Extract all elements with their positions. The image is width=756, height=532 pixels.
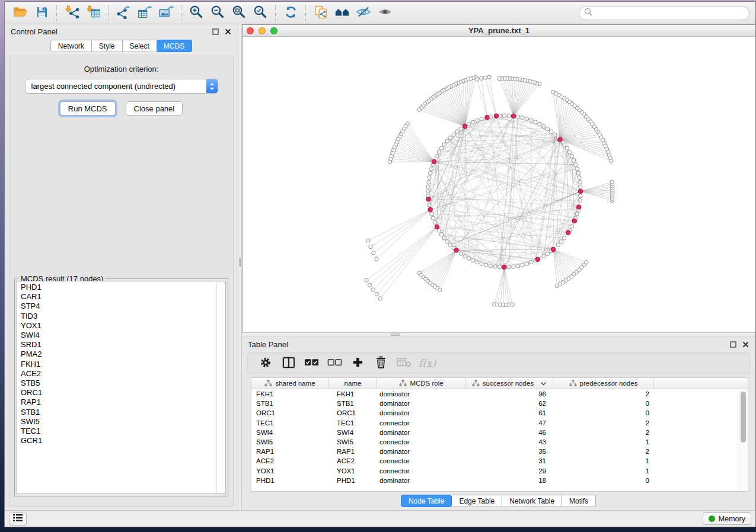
run-mcds-button[interactable]: Run MCDS (60, 101, 116, 116)
column-header-mcds-role[interactable]: MCDS role (377, 378, 466, 389)
toolbar-separator (56, 5, 57, 21)
cell-name: PHD1 (329, 477, 377, 484)
tab-network[interactable]: Network (50, 40, 92, 52)
table-scrollbar-thumb[interactable] (741, 392, 746, 443)
mcds-result-item[interactable]: TEC1 (21, 427, 215, 436)
table-row[interactable]: TEC1TEC1connector472 (251, 418, 748, 428)
column-header-successor-nodes[interactable]: successor nodes (466, 378, 553, 389)
search-input[interactable] (595, 8, 744, 17)
right-column: YPA_prune.txt_1 Table Panel (242, 24, 755, 510)
show-all-button[interactable] (374, 4, 395, 22)
horizontal-splitter-handle[interactable] (391, 334, 400, 336)
mcds-result-item[interactable]: CAR1 (21, 292, 215, 302)
add-column-button[interactable] (346, 354, 369, 372)
network-canvas[interactable] (243, 37, 755, 332)
mcds-result-item[interactable]: PMA2 (21, 350, 215, 359)
export-network-button[interactable] (113, 4, 134, 22)
close-table-panel-button[interactable] (741, 341, 749, 349)
mcds-result-item[interactable]: PHD1 (21, 283, 215, 292)
column-visibility-button[interactable] (277, 354, 300, 372)
tab-select[interactable]: Select (123, 40, 157, 52)
refresh-button[interactable] (280, 4, 301, 22)
column-visibility-icon (282, 357, 295, 370)
duplicate-network-button[interactable] (310, 4, 331, 22)
tab-style[interactable]: Style (92, 40, 123, 52)
network-graph[interactable] (243, 37, 755, 332)
table-row[interactable]: ACE2ACE2connector311 (251, 456, 748, 466)
mcds-result-item[interactable]: STB5 (21, 379, 215, 388)
mcds-result-item[interactable]: YOX1 (21, 321, 215, 331)
float-table-panel-button[interactable] (729, 341, 737, 349)
table-row[interactable]: PHD1PHD1dominator180 (251, 476, 748, 485)
column-header-predecessor-nodes[interactable]: predecessor nodes (553, 378, 654, 389)
mcds-result-item[interactable]: SWI5 (21, 417, 215, 427)
mcds-result-item[interactable]: STP4 (21, 302, 215, 311)
vertical-splitter[interactable] (238, 24, 242, 510)
network-window-title: YPA_prune.txt_1 (243, 26, 755, 35)
window-close-button[interactable] (247, 27, 254, 34)
mcds-result-item[interactable]: GCR1 (21, 436, 215, 446)
vertical-splitter-handle[interactable] (239, 258, 241, 267)
toolbar-separator (181, 5, 181, 21)
import-table-from-file-button[interactable] (82, 4, 104, 22)
table-settings-button[interactable] (254, 354, 277, 372)
horizontal-splitter[interactable] (242, 332, 755, 337)
mcds-result-item[interactable]: ORC1 (21, 388, 215, 398)
table-row[interactable]: YOX1YOX1connector291 (251, 466, 748, 476)
hide-selected-button[interactable] (353, 4, 374, 22)
table-row[interactable]: SWI4SWI4dominator462 (251, 428, 748, 437)
float-control-panel-button[interactable] (211, 28, 219, 36)
mcds-result-item[interactable]: RAP1 (21, 398, 215, 407)
table-row[interactable]: SWI5SWI5connector431 (251, 437, 748, 447)
import-network-from-file-icon (65, 5, 79, 21)
mcds-result-item[interactable]: FKH1 (21, 360, 215, 369)
cell-successor-nodes: 61 (466, 409, 553, 416)
nested-networks-button[interactable] (331, 4, 353, 22)
export-image-button[interactable] (155, 4, 177, 22)
window-zoom-button[interactable] (270, 27, 277, 34)
table-row[interactable]: STB1STB1dominator620 (251, 399, 748, 408)
criterion-select[interactable]: largest connected component (undirected) (25, 79, 218, 94)
open-file-button[interactable] (9, 4, 31, 22)
cell-successor-nodes: 47 (466, 419, 553, 427)
close-control-panel-button[interactable] (224, 28, 232, 36)
table-row[interactable]: FKH1FKH1dominator962 (251, 389, 748, 399)
delete-column-button[interactable] (369, 354, 393, 372)
table-row[interactable]: ORC1ORC1dominator610 (251, 408, 748, 418)
import-network-from-file-button[interactable] (61, 4, 82, 22)
column-header-shared-name[interactable]: shared name (251, 378, 329, 389)
table-tab-node-table[interactable]: Node Table (401, 495, 452, 507)
mcds-result-list[interactable]: PHD1CAR1STP4TID3YOX1SWI4SRD1PMA2FKH1ACE2… (17, 281, 226, 494)
table-row[interactable]: RAP1RAP1dominator352 (251, 447, 748, 456)
tab-mcds[interactable]: MCDS (157, 40, 192, 52)
zoom-fit-button[interactable] (228, 4, 250, 22)
mcds-result-item[interactable]: TID3 (21, 312, 215, 321)
mcds-result-item[interactable]: SWI4 (21, 331, 215, 340)
window-minimize-button[interactable] (259, 27, 266, 34)
save-session-button[interactable] (31, 4, 52, 22)
select-all-rows-button[interactable] (300, 354, 323, 372)
zoom-in-button[interactable] (186, 4, 207, 22)
export-table-button[interactable] (134, 4, 155, 22)
zoom-selected-button[interactable] (250, 4, 271, 22)
table-tab-network-table[interactable]: Network Table (502, 495, 562, 507)
mcds-list-scrollbar[interactable] (216, 281, 225, 493)
deselect-all-rows-button[interactable] (323, 354, 346, 372)
mcds-result-items: PHD1CAR1STP4TID3YOX1SWI4SRD1PMA2FKH1ACE2… (18, 283, 215, 492)
column-header-name[interactable]: name (329, 378, 377, 389)
show-panels-button[interactable] (9, 512, 27, 525)
zoom-out-button[interactable] (207, 4, 228, 22)
mcds-result-item[interactable]: STB1 (21, 408, 215, 417)
table-toolbar: f(x) (247, 352, 750, 374)
close-mcds-panel-button[interactable]: Close panel (126, 101, 183, 116)
toolbar-separator (275, 5, 276, 21)
refresh-icon (284, 5, 298, 21)
column-header-filler (654, 378, 748, 389)
mcds-result-item[interactable]: ACE2 (21, 369, 215, 379)
table-tab-motifs[interactable]: Motifs (562, 495, 596, 507)
memory-button[interactable]: Memory (703, 512, 751, 525)
sort-menu-icon[interactable] (540, 382, 547, 386)
mcds-result-item[interactable]: SRD1 (21, 340, 215, 350)
table-scrollbar[interactable] (739, 390, 747, 491)
table-tab-edge-table[interactable]: Edge Table (452, 495, 502, 507)
